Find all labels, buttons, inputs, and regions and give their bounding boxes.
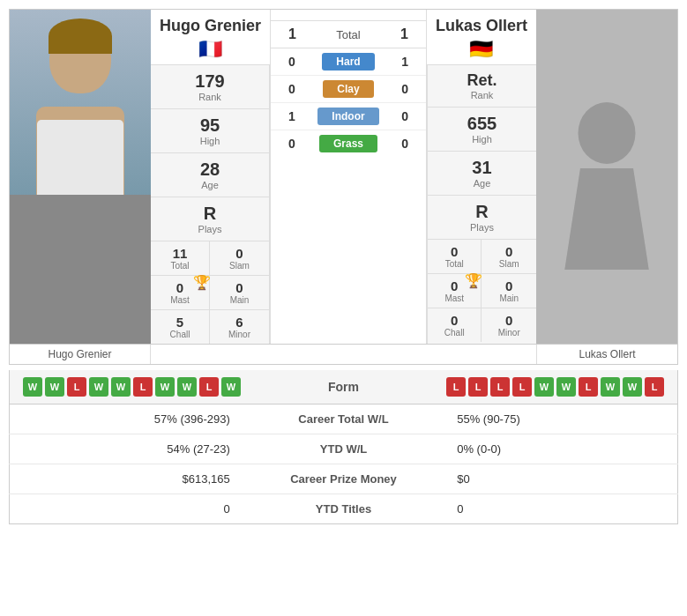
left-player-info: Hugo Grenier 🇫🇷 179 Rank 95 High 28 A bbox=[151, 10, 270, 344]
left-main-stat: 0 Main bbox=[210, 276, 269, 310]
left-plays-label: Plays bbox=[198, 224, 222, 234]
right-high: 655 High bbox=[428, 108, 536, 152]
clay-score-right: 0 bbox=[401, 82, 408, 96]
left-total-stat: 11 Total bbox=[151, 241, 210, 276]
left-total-val: 11 bbox=[173, 246, 188, 261]
right-minor-val: 0 bbox=[505, 313, 512, 328]
right-main-lbl: Main bbox=[499, 293, 519, 303]
ytd-wl-row: 54% (27-23) YTD W/L 0% (0-0) bbox=[10, 434, 678, 464]
left-chall-lbl: Chall bbox=[170, 330, 190, 339]
left-form-8: W bbox=[177, 377, 197, 397]
right-player-info: Lukas Ollert 🇩🇪 Ret. Rank 655 High 31 bbox=[427, 10, 536, 344]
surface-row-hard: 0 Hard 1 bbox=[271, 48, 426, 76]
left-slam-val: 0 bbox=[235, 246, 243, 261]
left-name-section: Hugo Grenier 🇫🇷 bbox=[151, 10, 270, 65]
right-bottom-stats: 0 Total 0 Slam 0 Mast 🏆 0 Main bbox=[428, 240, 536, 342]
left-minor-val: 6 bbox=[235, 315, 243, 330]
right-age: 31 Age bbox=[428, 152, 536, 196]
right-total-lbl: Total bbox=[445, 259, 464, 269]
left-main-val: 0 bbox=[235, 280, 243, 295]
ytd-wl-label: YTD W/L bbox=[243, 434, 444, 464]
ytd-titles-right: 0 bbox=[444, 494, 677, 524]
left-form-9: L bbox=[199, 377, 219, 397]
career-total-right: 55% (90-75) bbox=[444, 404, 677, 434]
total-left: 1 bbox=[288, 26, 296, 42]
right-form-6: W bbox=[556, 377, 576, 397]
left-high-label: High bbox=[200, 136, 220, 146]
left-form-4: W bbox=[89, 377, 108, 397]
left-minor-stat: 6 Minor bbox=[210, 310, 269, 344]
left-player-flag: 🇫🇷 bbox=[160, 38, 261, 61]
right-rank: Ret. Rank bbox=[428, 65, 536, 108]
career-prize-right: $0 bbox=[444, 464, 677, 494]
career-prize-row: $613,165 Career Prize Money $0 bbox=[10, 464, 678, 494]
left-main-lbl: Main bbox=[230, 295, 250, 305]
hard-score-left: 0 bbox=[288, 55, 295, 69]
right-high-value: 655 bbox=[467, 114, 497, 134]
ytd-titles-row: 0 YTD Titles 0 bbox=[10, 494, 678, 524]
right-minor-stat: 0 Minor bbox=[482, 308, 536, 342]
right-mast-stat: 0 Mast 🏆 bbox=[428, 274, 482, 308]
left-total-lbl: Total bbox=[170, 261, 189, 271]
hard-score-right: 1 bbox=[401, 55, 408, 69]
left-form-2: W bbox=[45, 377, 64, 397]
left-form-3: L bbox=[67, 377, 86, 397]
left-trophy-icon: 🏆 bbox=[193, 274, 211, 291]
right-age-label: Age bbox=[474, 178, 491, 189]
right-form-1: L bbox=[446, 377, 466, 397]
right-mast-lbl: Mast bbox=[444, 293, 464, 303]
left-mast-lbl: Mast bbox=[170, 295, 190, 305]
right-age-value: 31 bbox=[472, 158, 491, 178]
total-row: 1 Total 1 bbox=[271, 21, 426, 48]
right-player-photo bbox=[536, 10, 677, 344]
left-bottom-stats: 11 Total 0 Slam 0 Mast 🏆 0 Main bbox=[151, 241, 269, 344]
right-form-10: L bbox=[645, 377, 664, 397]
left-form-6: L bbox=[133, 377, 153, 397]
total-right: 1 bbox=[400, 26, 408, 42]
right-total-val: 0 bbox=[451, 244, 458, 259]
indoor-label: Indoor bbox=[317, 108, 378, 125]
left-form-badges: W W L W W L W W L W bbox=[23, 377, 241, 397]
center-column: 1 Total 1 0 Hard 1 0 Clay 0 bbox=[270, 10, 427, 344]
left-photo-name-label: Hugo Grenier bbox=[10, 345, 151, 364]
surface-rows: 0 Hard 1 0 Clay 0 1 Indoor 0 bbox=[271, 48, 426, 157]
left-plays: R Plays bbox=[151, 197, 269, 241]
right-stats-block: Ret. Rank 655 High 31 Age R Plays bbox=[427, 65, 536, 344]
left-stats-block: 179 Rank 95 High 28 Age R Plays bbox=[151, 65, 270, 344]
left-player-name: Hugo Grenier bbox=[160, 17, 261, 35]
right-plays-value: R bbox=[475, 202, 488, 222]
left-age: 28 Age bbox=[151, 153, 269, 197]
right-slam-stat: 0 Slam bbox=[482, 240, 536, 274]
right-rank-value: Ret. bbox=[467, 71, 497, 90]
ytd-wl-right: 0% (0-0) bbox=[444, 434, 677, 464]
grass-label: Grass bbox=[319, 135, 377, 152]
right-slam-lbl: Slam bbox=[499, 259, 519, 269]
form-section: W W L W W L W W L W Form L L L L W W L W… bbox=[9, 370, 678, 404]
right-name-section: Lukas Ollert 🇩🇪 bbox=[427, 10, 536, 65]
right-form-7: L bbox=[579, 377, 598, 397]
left-mast-val: 0 bbox=[176, 280, 183, 295]
left-rank: 179 Rank bbox=[151, 65, 269, 109]
form-label: Form bbox=[328, 380, 359, 394]
left-high: 95 High bbox=[151, 109, 269, 153]
right-slam-val: 0 bbox=[505, 244, 512, 259]
career-stats-table: 57% (396-293) Career Total W/L 55% (90-7… bbox=[9, 404, 678, 524]
right-chall-stat: 0 Chall bbox=[428, 308, 482, 342]
left-player-photo bbox=[10, 10, 151, 344]
right-plays-label: Plays bbox=[470, 222, 494, 233]
main-container: Hugo Grenier 🇫🇷 179 Rank 95 High 28 A bbox=[0, 0, 687, 533]
ytd-titles-label: YTD Titles bbox=[243, 494, 444, 524]
right-minor-lbl: Minor bbox=[498, 328, 520, 338]
left-form-1: W bbox=[23, 377, 42, 397]
left-chall-val: 5 bbox=[176, 315, 183, 330]
right-trophy-icon: 🏆 bbox=[465, 272, 482, 289]
clay-label: Clay bbox=[323, 80, 373, 98]
right-form-4: L bbox=[512, 377, 532, 397]
career-total-left: 57% (396-293) bbox=[10, 404, 243, 434]
grass-score-left: 0 bbox=[288, 137, 295, 151]
left-form-10: W bbox=[221, 377, 241, 397]
career-total-row: 57% (396-293) Career Total W/L 55% (90-7… bbox=[10, 404, 678, 434]
left-rank-value: 179 bbox=[195, 71, 224, 92]
clay-score-left: 0 bbox=[288, 82, 295, 96]
left-chall-stat: 5 Chall bbox=[151, 310, 210, 344]
